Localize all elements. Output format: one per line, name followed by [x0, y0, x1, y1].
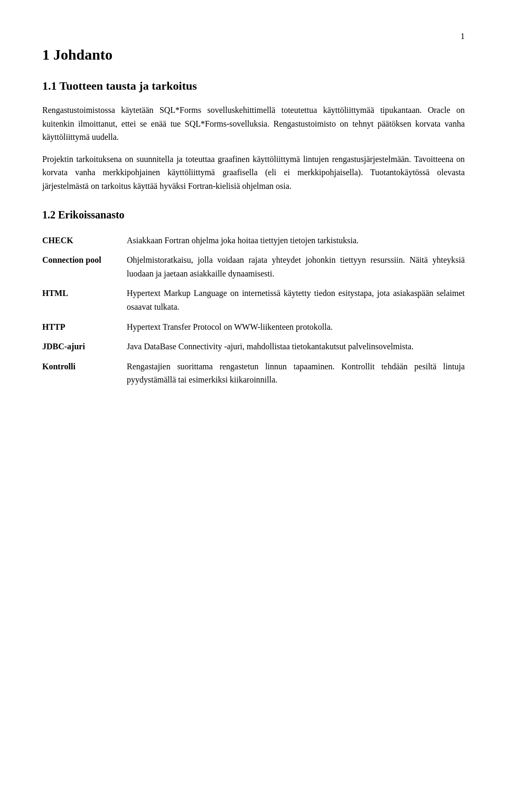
glossary-row: HTMLHypertext Markup Language on interne… — [42, 283, 465, 317]
glossary-definition: Java DataBase Connectivity -ajuri, mahdo… — [127, 337, 465, 357]
glossary-term: JDBC-ajuri — [42, 337, 127, 357]
section-1-2-heading: 1.2 Erikoissanasto — [42, 209, 465, 221]
glossary-term: HTML — [42, 283, 127, 317]
glossary-definition: Ohjelmistoratkaisu, jolla voidaan rajata… — [127, 250, 465, 283]
page-number: 1 — [42, 32, 465, 41]
glossary-row: KontrolliRengastajien suorittama rengast… — [42, 357, 465, 390]
glossary-row: JDBC-ajuriJava DataBase Connectivity -aj… — [42, 337, 465, 357]
glossary-term: Kontrolli — [42, 357, 127, 390]
glossary-definition: Rengastajien suorittama rengastetun linn… — [127, 357, 465, 390]
glossary-table: CHECKAsiakkaan Fortran ohjelma joka hoit… — [42, 231, 465, 390]
glossary-row: Connection poolOhjelmistoratkaisu, jolla… — [42, 250, 465, 283]
chapter-heading: 1 Johdanto — [42, 46, 465, 63]
glossary-definition: Hypertext Markup Language on internetiss… — [127, 283, 465, 317]
glossary-definition: Hypertext Transfer Protocol on WWW-liike… — [127, 317, 465, 337]
paragraph-1: Rengastustoimistossa käytetään SQL*Forms… — [42, 103, 465, 144]
glossary-term: HTTP — [42, 317, 127, 337]
glossary-section: 1.2 Erikoissanasto CHECKAsiakkaan Fortra… — [42, 209, 465, 390]
glossary-definition: Asiakkaan Fortran ohjelma joka hoitaa ti… — [127, 231, 465, 251]
glossary-term: CHECK — [42, 231, 127, 251]
glossary-term: Connection pool — [42, 250, 127, 283]
glossary-row: HTTPHypertext Transfer Protocol on WWW-l… — [42, 317, 465, 337]
paragraph-2: Projektin tarkoituksena on suunnitella j… — [42, 152, 465, 193]
section-1-1-heading: 1.1 Tuotteen tausta ja tarkoitus — [42, 79, 465, 93]
glossary-row: CHECKAsiakkaan Fortran ohjelma joka hoit… — [42, 231, 465, 251]
